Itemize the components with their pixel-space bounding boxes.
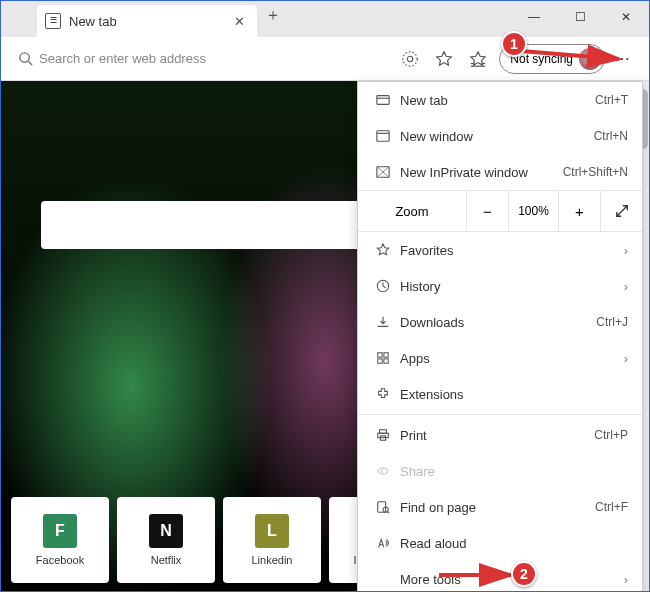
menu-label: New window	[400, 129, 594, 144]
menu-shortcut: Ctrl+T	[595, 93, 628, 107]
download-icon	[372, 315, 394, 329]
zoom-value: 100%	[508, 191, 558, 231]
zoom-out-button[interactable]: −	[466, 191, 508, 231]
menu-print[interactable]: Print Ctrl+P	[358, 417, 642, 453]
svg-line-22	[387, 511, 389, 513]
history-icon	[372, 279, 394, 293]
svg-point-2	[403, 51, 417, 65]
menu-shortcut: Ctrl+P	[594, 428, 628, 442]
menu-zoom-row: Zoom − 100% +	[358, 190, 642, 232]
menu-shortcut: Ctrl+Shift+N	[563, 165, 628, 179]
app-menu: New tab Ctrl+T New window Ctrl+N New InP…	[357, 81, 643, 592]
tracking-prevention-icon[interactable]	[393, 42, 427, 76]
svg-rect-13	[378, 353, 382, 357]
quick-link-tile[interactable]: FFacebook	[11, 497, 109, 583]
star-icon	[372, 243, 394, 257]
tabstrip-left-spacer	[1, 1, 37, 33]
quick-link-tile[interactable]: NNetflix	[117, 497, 215, 583]
menu-label: History	[400, 279, 624, 294]
menu-label: Share	[400, 464, 628, 479]
read-aloud-icon	[372, 536, 394, 550]
close-window-button[interactable]: ✕	[603, 1, 649, 33]
menu-extensions[interactable]: Extensions	[358, 376, 642, 412]
menu-history[interactable]: History ›	[358, 268, 642, 304]
address-bar[interactable]: Search or enter web address	[11, 43, 393, 75]
menu-find[interactable]: Find on page Ctrl+F	[358, 489, 642, 525]
tile-icon: F	[43, 514, 77, 548]
menu-label: Print	[400, 428, 594, 443]
titlebar: ☰ New tab ✕ ＋ — ☐ ✕	[1, 1, 649, 37]
callout-badge-2: 2	[511, 561, 537, 587]
svg-line-1	[28, 61, 32, 65]
print-icon	[372, 428, 394, 442]
chevron-right-icon: ›	[624, 243, 628, 258]
new-tab-button[interactable]: ＋	[257, 5, 289, 26]
tab-favicon: ☰	[45, 13, 61, 29]
menu-label: Extensions	[400, 387, 628, 402]
menu-read-aloud[interactable]: Read aloud	[358, 525, 642, 561]
callout-badge-1: 1	[501, 31, 527, 57]
share-icon	[372, 464, 394, 478]
menu-label: Favorites	[400, 243, 624, 258]
tile-label: Facebook	[36, 554, 84, 566]
menu-label: New tab	[400, 93, 595, 108]
new-tab-icon	[372, 93, 394, 107]
tile-icon: L	[255, 514, 289, 548]
menu-downloads[interactable]: Downloads Ctrl+J	[358, 304, 642, 340]
chevron-right-icon: ›	[624, 351, 628, 366]
menu-favorites[interactable]: Favorites ›	[358, 232, 642, 268]
menu-shortcut: Ctrl+J	[596, 315, 628, 329]
callout-arrow-2	[433, 565, 515, 589]
svg-rect-16	[384, 359, 388, 363]
svg-point-0	[19, 53, 28, 62]
svg-rect-14	[384, 353, 388, 357]
tile-label: Netflix	[151, 554, 182, 566]
chevron-right-icon: ›	[624, 572, 628, 587]
extensions-icon	[372, 387, 394, 401]
close-tab-icon[interactable]: ✕	[230, 14, 249, 29]
zoom-label: Zoom	[358, 204, 466, 219]
minimize-button[interactable]: —	[511, 1, 557, 33]
menu-share: Share	[358, 453, 642, 489]
zoom-in-button[interactable]: +	[558, 191, 600, 231]
menu-new-tab[interactable]: New tab Ctrl+T	[358, 82, 642, 118]
new-window-icon	[372, 129, 394, 143]
callout-arrow-1	[521, 43, 631, 71]
menu-separator	[358, 414, 642, 415]
menu-label: New InPrivate window	[400, 165, 563, 180]
svg-point-3	[408, 56, 413, 61]
inprivate-icon	[372, 165, 394, 179]
menu-label: Apps	[400, 351, 624, 366]
browser-tab[interactable]: ☰ New tab ✕	[37, 5, 257, 37]
apps-icon	[372, 351, 394, 365]
menu-new-inprivate[interactable]: New InPrivate window Ctrl+Shift+N	[358, 154, 642, 190]
svg-rect-7	[377, 96, 389, 105]
menu-label: Read aloud	[400, 536, 628, 551]
maximize-button[interactable]: ☐	[557, 1, 603, 33]
fullscreen-button[interactable]	[600, 191, 642, 231]
window-controls: — ☐ ✕	[511, 1, 649, 33]
menu-new-window[interactable]: New window Ctrl+N	[358, 118, 642, 154]
tab-title: New tab	[69, 14, 230, 29]
menu-shortcut: Ctrl+N	[594, 129, 628, 143]
tile-icon: N	[149, 514, 183, 548]
search-icon	[11, 51, 39, 66]
svg-rect-9	[377, 131, 389, 142]
add-favorite-icon[interactable]	[427, 42, 461, 76]
menu-label: Downloads	[400, 315, 596, 330]
find-icon	[372, 500, 394, 514]
favorites-bar-icon[interactable]	[461, 42, 495, 76]
address-bar-placeholder: Search or enter web address	[39, 51, 206, 66]
svg-line-24	[521, 51, 619, 59]
menu-apps[interactable]: Apps ›	[358, 340, 642, 376]
menu-shortcut: Ctrl+F	[595, 500, 628, 514]
quick-link-tile[interactable]: LLinkedin	[223, 497, 321, 583]
chevron-right-icon: ›	[624, 279, 628, 294]
menu-label: Find on page	[400, 500, 595, 515]
svg-rect-15	[378, 359, 382, 363]
tile-label: Linkedin	[252, 554, 293, 566]
